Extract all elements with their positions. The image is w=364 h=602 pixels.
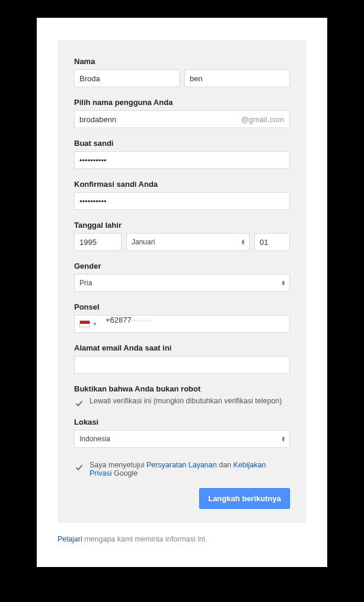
current-email-input[interactable] bbox=[74, 356, 290, 374]
signup-page: Nama Pilih nama pengguna Anda @gmail.com… bbox=[37, 18, 327, 567]
phone-group: Ponsel ▼ +62877········ bbox=[74, 302, 290, 333]
chevron-updown-icon: ▲▼ bbox=[281, 436, 286, 442]
location-group: Lokasi Indonesia ▲▼ bbox=[74, 418, 290, 448]
gender-select[interactable]: Pria ▲▼ bbox=[74, 274, 290, 292]
phone-input[interactable]: +62877········ bbox=[101, 316, 289, 332]
dob-row: Januari ▲▼ bbox=[74, 233, 290, 251]
location-label: Lokasi bbox=[74, 418, 290, 426]
footer-rest: mengapa kami meminta informasi ini. bbox=[82, 535, 207, 543]
learn-link[interactable]: Pelajari bbox=[58, 535, 82, 543]
confirm-group: Konfirmasi sandi Anda bbox=[74, 180, 290, 210]
checkmark-icon[interactable] bbox=[74, 397, 84, 407]
phone-masked: ········ bbox=[132, 316, 151, 324]
skip-verify-text: Lewati verifikasi ini (mungkin dibutuhka… bbox=[90, 397, 282, 405]
username-input[interactable] bbox=[74, 110, 290, 128]
confirm-label: Konfirmasi sandi Anda bbox=[74, 180, 290, 189]
terms-link[interactable]: Persyaratan Layanan bbox=[146, 461, 217, 469]
name-group: Nama bbox=[74, 57, 290, 87]
flag-indonesia-icon bbox=[79, 320, 90, 327]
chevron-updown-icon: ▲▼ bbox=[281, 280, 286, 286]
phone-label: Ponsel bbox=[74, 302, 290, 311]
username-group: Pilih nama pengguna Anda @gmail.com bbox=[74, 98, 290, 128]
gender-value: Pria bbox=[79, 279, 92, 287]
next-step-button[interactable]: Langkah berikutnya bbox=[199, 488, 290, 509]
name-row bbox=[74, 69, 290, 87]
chevron-updown-icon: ▲▼ bbox=[241, 239, 245, 245]
dob-group: Tanggal lahir Januari ▲▼ bbox=[74, 221, 290, 251]
checkmark-icon[interactable] bbox=[74, 461, 84, 471]
robot-group: Buktikan bahwa Anda bukan robot Lewati v… bbox=[74, 384, 290, 407]
gender-group: Gender Pria ▲▼ bbox=[74, 262, 290, 292]
password-group: Buat sandi bbox=[74, 139, 290, 169]
dob-label: Tanggal lahir bbox=[74, 221, 290, 230]
current-email-group: Alamat email Anda saat ini bbox=[74, 343, 290, 374]
submit-row: Langkah berikutnya bbox=[74, 488, 290, 509]
robot-label: Buktikan bahwa Anda bukan robot bbox=[74, 384, 290, 393]
gender-label: Gender bbox=[74, 262, 290, 270]
current-email-label: Alamat email Anda saat ini bbox=[74, 343, 290, 352]
password-input[interactable] bbox=[74, 151, 290, 169]
password-label: Buat sandi bbox=[74, 139, 290, 148]
username-wrap: @gmail.com bbox=[74, 110, 290, 128]
dob-year-input[interactable] bbox=[74, 233, 122, 251]
agree-text: Saya menyetujui Persyaratan Layanan dan … bbox=[90, 461, 290, 477]
location-select[interactable]: Indonesia ▲▼ bbox=[74, 430, 290, 448]
country-flag-select[interactable]: ▼ bbox=[75, 320, 101, 327]
dob-month-select[interactable]: Januari ▲▼ bbox=[126, 233, 250, 251]
phone-wrap: ▼ +62877········ bbox=[74, 315, 290, 333]
location-value: Indonesia bbox=[79, 435, 110, 443]
form-panel: Nama Pilih nama pengguna Anda @gmail.com… bbox=[58, 40, 306, 523]
footer-info: Pelajari mengapa kami meminta informasi … bbox=[58, 535, 306, 543]
name-label: Nama bbox=[74, 57, 290, 66]
skip-verify-row: Lewati verifikasi ini (mungkin dibutuhka… bbox=[74, 397, 290, 407]
last-name-input[interactable] bbox=[184, 69, 290, 87]
dob-day-input[interactable] bbox=[254, 233, 290, 251]
chevron-down-icon: ▼ bbox=[92, 321, 97, 327]
agree-row: Saya menyetujui Persyaratan Layanan dan … bbox=[74, 461, 290, 477]
phone-prefix: +62877 bbox=[106, 316, 132, 324]
username-label: Pilih nama pengguna Anda bbox=[74, 98, 290, 107]
confirm-input[interactable] bbox=[74, 192, 290, 210]
first-name-input[interactable] bbox=[74, 69, 180, 87]
dob-month-value: Januari bbox=[132, 238, 155, 246]
